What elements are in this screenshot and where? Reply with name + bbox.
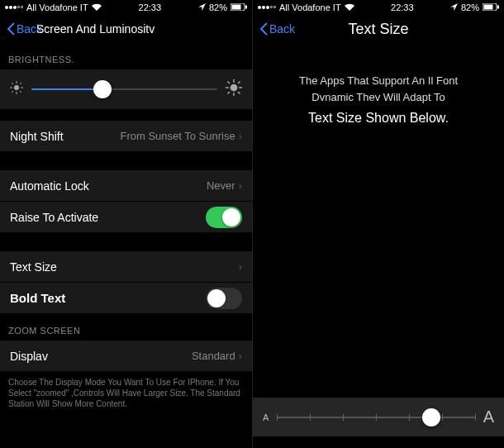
zoom-footer: Choose The Display Mode You Want To Use … [0, 372, 252, 414]
carrier-label: All Vodafone IT [279, 2, 341, 12]
location-icon [198, 2, 206, 12]
info-line-1: The Apps That Support An Il Font [299, 74, 458, 87]
brightness-header: BRIGHTNESS. [0, 43, 252, 69]
carrier-label: All Vodafone IT [26, 2, 88, 12]
svg-line-20 [238, 82, 240, 84]
display-row[interactable]: Displav Standard › [0, 341, 252, 372]
status-left: All Vodafone IT [258, 2, 354, 12]
chevron-left-icon [7, 22, 15, 36]
raise-row: Raise To Activate [0, 202, 252, 233]
svg-line-19 [228, 92, 231, 94]
chevron-right-icon: › [239, 130, 242, 142]
signal-icon [258, 6, 276, 9]
raise-toggle[interactable] [206, 207, 242, 228]
zoom-header: ZOOM SCREEN [0, 314, 252, 341]
sun-small-icon [10, 81, 23, 98]
status-left: All Vodafone IT [5, 2, 102, 12]
slider-thumb[interactable] [93, 80, 112, 98]
svg-point-3 [14, 85, 19, 90]
bold-text-toggle[interactable] [206, 288, 242, 309]
large-a-label: A [483, 407, 494, 427]
svg-line-11 [20, 83, 21, 84]
battery-icon [231, 2, 247, 12]
chevron-right-icon: › [239, 179, 242, 192]
page-title: Text Size [348, 21, 408, 38]
chevron-right-icon: › [239, 260, 242, 273]
bold-text-label: Bold Text [10, 291, 65, 305]
svg-rect-2 [245, 6, 247, 9]
svg-line-17 [228, 82, 231, 84]
back-button[interactable]: Back [259, 22, 295, 36]
svg-point-12 [231, 84, 238, 92]
info-text: The Apps That Support An Il Font Dvnamic… [253, 43, 504, 128]
status-time: 22:33 [391, 2, 414, 12]
wifi-icon [345, 2, 354, 12]
chevron-left-icon [259, 22, 268, 36]
text-slider-track[interactable] [277, 417, 474, 418]
info-line-2: Dvnamic Thev Will Adapt To [311, 91, 445, 103]
status-time: 22:33 [139, 2, 162, 12]
location-icon [450, 2, 458, 12]
brightness-slider-row [0, 69, 252, 109]
auto-lock-label: Automatic Lock [10, 179, 89, 193]
screen-display-settings: All Vodafone IT 22:33 82% Back Screen An… [0, 0, 252, 448]
battery-pct: 82% [461, 2, 479, 12]
back-label: Back [269, 22, 295, 36]
display-value: Standard › [192, 350, 242, 362]
bold-text-row: Bold Text [0, 283, 252, 314]
status-right: 82% [450, 2, 499, 12]
auto-lock-row[interactable]: Automatic Lock Never › [0, 170, 252, 202]
raise-label: Raise To Activate [10, 211, 98, 224]
night-shift-row[interactable]: Night Shift From Sunset To Sunrise › [0, 121, 252, 152]
text-size-slider-area: A A [253, 398, 504, 436]
brightness-slider[interactable] [31, 88, 217, 90]
text-slider-thumb[interactable] [422, 408, 440, 427]
svg-line-18 [238, 92, 240, 94]
status-bar: All Vodafone IT 22:33 82% [0, 0, 252, 15]
nav-bar: Back Screen And Luminositv [0, 15, 252, 43]
signal-icon [5, 6, 23, 9]
svg-line-8 [12, 83, 13, 84]
night-shift-value: From Sunset To Sunrise › [120, 130, 242, 142]
status-bar: All Vodafone IT 22:33 82% [253, 0, 504, 15]
text-size-row[interactable]: Text Size › [0, 251, 252, 283]
svg-rect-23 [497, 6, 499, 9]
night-shift-label: Night Shift [10, 130, 64, 143]
svg-rect-22 [483, 5, 492, 10]
screen-text-size: All Vodafone IT 22:33 82% Back Text Size… [252, 0, 504, 448]
text-size-slider[interactable]: A A [263, 407, 494, 427]
auto-lock-value: Never › [207, 179, 242, 192]
display-label: Displav [10, 350, 48, 363]
page-title: Screen And Luminositv [36, 22, 155, 36]
status-right: 82% [198, 2, 247, 12]
info-line-3: Text Size Shown Below. [266, 108, 491, 128]
chevron-right-icon: › [239, 350, 242, 362]
sun-large-icon [226, 79, 242, 99]
wifi-icon [92, 2, 102, 12]
small-a-label: A [263, 412, 269, 422]
slider-fill [31, 88, 102, 90]
battery-icon [483, 2, 499, 12]
text-size-label: Text Size [10, 260, 57, 274]
battery-pct: 82% [209, 2, 227, 12]
svg-line-10 [12, 91, 13, 93]
nav-bar: Back Text Size [253, 15, 504, 43]
svg-line-9 [20, 91, 21, 93]
svg-rect-1 [231, 5, 240, 10]
